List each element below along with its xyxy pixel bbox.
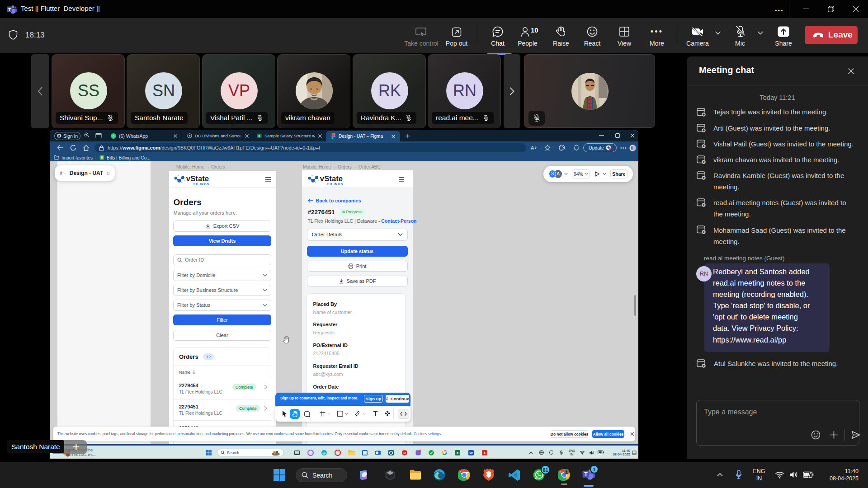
svg-text:vState: vState xyxy=(320,174,342,183)
svg-text:M: M xyxy=(403,451,406,455)
svg-text:T: T xyxy=(584,471,587,477)
svg-text:X: X xyxy=(456,451,458,455)
svg-text:W: W xyxy=(469,451,473,455)
svg-text:FILINGS: FILINGS xyxy=(327,182,343,185)
svg-text:6: 6 xyxy=(113,134,114,137)
svg-text:B: B xyxy=(101,155,103,160)
svg-text:A: A xyxy=(531,145,534,150)
svg-text:T: T xyxy=(8,7,11,12)
svg-text:FILINGS: FILINGS xyxy=(193,182,209,185)
svg-text:A: A xyxy=(484,452,486,455)
svg-text:vState: vState xyxy=(186,174,208,183)
